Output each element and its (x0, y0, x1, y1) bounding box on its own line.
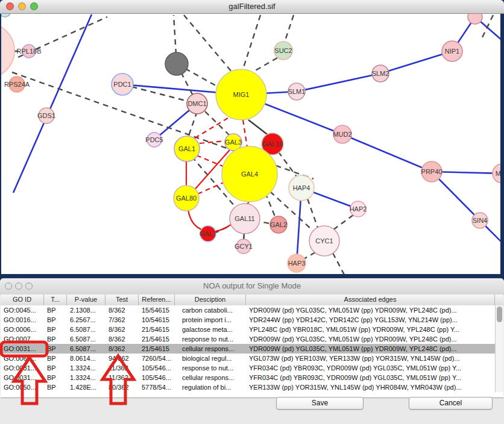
table-cell: carbon cataboli... (175, 305, 246, 315)
graph-node-label-GAL3: GAL3 (225, 139, 242, 146)
table-cell: GO:0031... (1, 373, 44, 382)
graph-node-label-MSL: MSL (496, 170, 500, 177)
graph-edge-blue (297, 73, 380, 92)
graph-node-left-large[interactable] (1, 23, 14, 78)
graph-node-corner-top-left[interactable] (1, 14, 11, 17)
network-canvas[interactable]: RPL18BRPS24AGDS1PDC1DMC1MIG1SUC2SLM1SLM2… (1, 14, 500, 274)
table-cell: 105/546... (139, 363, 175, 373)
table-row[interactable]: GO:0065...BP8.0614...94/3627260/54...bio… (1, 354, 495, 363)
graph-node-label-GCY1: GCY1 (235, 243, 253, 250)
graph-node-gray-node[interactable] (165, 52, 188, 75)
table-cell: BP (44, 354, 67, 363)
graph-node-label-RPS24A: RPS24A (4, 81, 30, 88)
table-cell: GO:0031... (1, 363, 44, 373)
table-row[interactable]: GO:0031...BP1.3324...11/362105/546...cel… (1, 373, 495, 382)
table-cell: 8/362 (106, 305, 139, 315)
table-cell: 8/362 (106, 334, 139, 344)
table-row[interactable]: GO:0031...BP1.3324...11/362105/546...res… (1, 363, 495, 373)
table-cell: BP (44, 305, 67, 315)
network-window: galFiltered.sif RPL18BRPS24AGDS1PDC1DMC1… (0, 0, 504, 276)
graph-edge-dash (184, 15, 232, 72)
graph-node-label-HAP4: HAP4 (293, 184, 310, 192)
table-cell: 1.428E... (67, 382, 106, 392)
graph-node-label-PRP40: PRP40 (421, 168, 443, 175)
graph-node-label-PDC5: PDC5 (145, 136, 163, 143)
table-cell: 11/362 (106, 363, 139, 373)
table-cell: 1.3324... (67, 363, 106, 373)
graph-edge-reddash (243, 120, 247, 147)
table-row[interactable]: GO:0016...BP6.2567...7/36210/54615protei… (1, 315, 495, 325)
graph-node-label-CYC1: CYC1 (315, 237, 333, 245)
table-cell: 21/54615 (139, 325, 175, 334)
network-graph: RPL18BRPS24AGDS1PDC1DMC1MIG1SUC2SLM1SLM2… (1, 14, 500, 274)
save-button[interactable]: Save (276, 397, 364, 410)
graph-edge-blue (342, 134, 432, 172)
graph-node-top-right[interactable] (468, 14, 482, 24)
table-row[interactable]: GO:0006...BP6.5087...8/36221/54615galact… (1, 325, 495, 334)
table-header-row: GO IDT...P-valueTestReferen...Desciption… (1, 295, 503, 306)
cancel-button[interactable]: Cancel (409, 397, 493, 410)
column-header-p-value[interactable]: P-value (67, 295, 106, 305)
graph-edge-dash (242, 15, 260, 71)
table-cell: YGL073W (pd) YER103W, YER133W (pp) YOR31… (246, 354, 495, 363)
table-body: GO:0045...BP2.1308...8/36215/54615carbon… (1, 305, 495, 392)
table-cell: 6.2567... (67, 315, 106, 325)
graph-node-label-GDS1: GDS1 (37, 112, 55, 119)
table-cell: 8.0614... (67, 354, 106, 363)
table-cell: GO:0045... (1, 305, 44, 315)
vertical-scrollbar[interactable] (495, 305, 503, 392)
network-titlebar: galFiltered.sif (0, 0, 504, 14)
graph-node-label-HAP3: HAP3 (288, 260, 306, 267)
table-cell: GO:0050... (1, 382, 44, 392)
graph-edge-blue (13, 14, 92, 193)
graph-edge-dash (482, 15, 493, 37)
graph-node-label-MIG1: MIG1 (233, 91, 250, 98)
graph-node-label-GAL11: GAL11 (235, 215, 254, 222)
table-cell: 2.1308... (67, 305, 106, 315)
table-cell: BP (44, 382, 67, 392)
scrollbar-thumb[interactable] (497, 307, 502, 322)
graph-edge-dash (307, 199, 318, 228)
table-cell: 7/362 (106, 315, 139, 325)
table-cell: 94/362 (106, 354, 139, 363)
table-cell: response to nut... (175, 363, 246, 373)
window-title: galFiltered.sif (0, 2, 504, 11)
table-cell: YDR009W (pd) YGL035C, YML051W (pp) YDR00… (246, 344, 495, 354)
graph-node-label-GAL2: GAL2 (270, 221, 287, 228)
column-header-desciption[interactable]: Desciption (175, 295, 246, 305)
table-cell: 21/54615 (139, 334, 175, 344)
graph-edge-blue (380, 51, 452, 73)
table-row[interactable]: GO:0050...BP1.428E...80/3625778/54...reg… (1, 382, 495, 392)
graph-node-label-SLM2: SLM2 (372, 70, 389, 77)
column-header-t---[interactable]: T... (44, 295, 67, 305)
noa-output-window: NOA output for Single Mode GO IDT...P-va… (0, 278, 504, 424)
table-cell: 8/362 (106, 344, 139, 354)
graph-node-label-PDC1: PDC1 (113, 81, 131, 88)
table-cell: YDR009W (pd) YGL035C, YML051W (pp) YDR00… (246, 305, 495, 315)
table-cell: 11/362 (106, 373, 139, 382)
table-cell: BP (44, 334, 67, 344)
graph-edge-dash (188, 111, 197, 137)
table-cell: 1.3324... (67, 373, 106, 382)
table-row[interactable]: GO:0007...BP6.5087...8/36221/54615respon… (1, 334, 495, 344)
column-header-associated-edges[interactable]: Associated edges (246, 295, 495, 305)
column-header-test[interactable]: Test (106, 295, 139, 305)
go-term-table: GO IDT...P-valueTestReferen...Desciption… (1, 295, 503, 398)
graph-node-label-RPL18B: RPL18B (17, 48, 42, 55)
graph-node-label-DMC1: DMC1 (187, 100, 206, 107)
graph-edge-solid (248, 120, 269, 136)
table-row[interactable]: GO:0031...BP6.5087...8/36221/54615cellul… (1, 344, 495, 354)
table-cell: cellular respons... (175, 373, 246, 382)
table-cell: BP (44, 363, 67, 373)
graph-node-label-HAP2: HAP2 (350, 205, 367, 213)
table-row[interactable]: GO:0045...BP2.1308...8/36215/54615carbon… (1, 305, 495, 315)
table-cell: GO:0006... (1, 325, 44, 334)
table-cell: YFR034C (pd) YBR093C, YDR009W (pd) YGL03… (246, 373, 495, 382)
table-cell: cellular respons... (175, 344, 246, 354)
column-header-go-id[interactable]: GO ID (1, 295, 44, 305)
table-cell: GO:0065... (1, 354, 44, 363)
graph-node-label-MUD2: MUD2 (333, 131, 351, 138)
table-cell: galactose meta... (175, 325, 246, 334)
column-header-referen---[interactable]: Referen... (139, 295, 175, 305)
table-cell: BP (44, 325, 67, 334)
